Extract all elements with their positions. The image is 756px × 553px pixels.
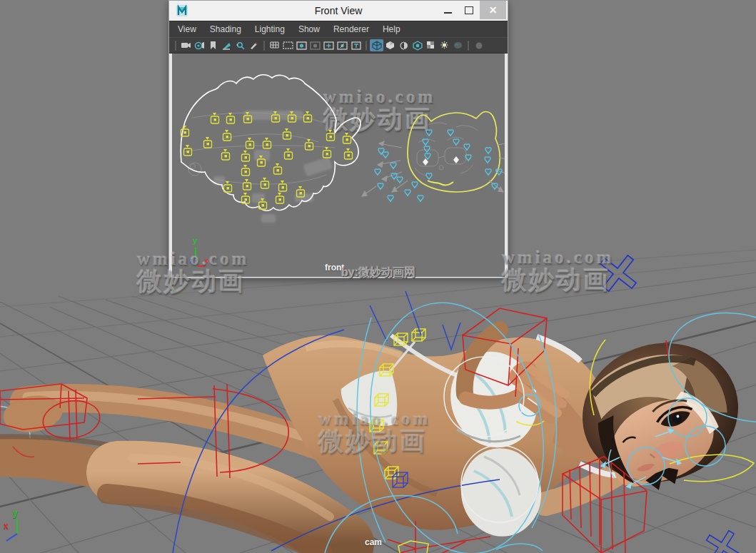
front-view-window[interactable]: Front View ✕ View Shading Lighting Show … [168, 0, 508, 278]
bookmark-icon[interactable] [206, 39, 220, 51]
film-gate-icon[interactable] [281, 39, 295, 51]
menu-view[interactable]: View [178, 24, 196, 34]
lights-icon[interactable] [438, 39, 451, 51]
fish-blurred-text [213, 111, 333, 223]
exposure-icon[interactable] [472, 39, 485, 51]
field-chart-icon[interactable] [322, 39, 336, 51]
panel-axis-y-label: y [193, 236, 197, 245]
textured-icon[interactable] [410, 39, 424, 51]
maya-logo-icon [176, 4, 188, 17]
panel-axis-z-label: z [189, 256, 193, 265]
window-titlebar[interactable]: Front View ✕ [169, 1, 508, 21]
main-axis-x-label: x [4, 521, 9, 531]
safe-title-icon[interactable] [349, 39, 363, 51]
menu-shading[interactable]: Shading [210, 24, 241, 34]
menu-renderer[interactable]: Renderer [333, 24, 369, 34]
minimize-button[interactable] [437, 1, 458, 19]
resolution-gate-icon[interactable] [295, 39, 308, 51]
safe-action-icon[interactable] [336, 39, 349, 51]
menu-lighting[interactable]: Lighting [255, 24, 285, 34]
image-plane-icon[interactable] [220, 39, 233, 51]
cat-whisker-arrows [362, 138, 505, 196]
smooth-shade-icon[interactable] [383, 39, 397, 51]
cat-mouth-curve [428, 181, 453, 185]
grid-icon[interactable] [268, 39, 281, 51]
menu-help[interactable]: Help [383, 24, 400, 34]
xray-icon[interactable] [451, 39, 465, 51]
main-axis-y-label: y [13, 508, 18, 518]
panel-menubar: View Shading Lighting Show Renderer Help [169, 21, 508, 37]
use-default-material-icon[interactable] [424, 39, 438, 51]
pan-zoom-icon[interactable] [233, 39, 247, 51]
grease-pencil-icon[interactable] [247, 39, 261, 51]
panel-axis-x-label: x [204, 256, 208, 265]
wireframe-icon[interactable] [370, 39, 383, 51]
gate-mask-icon[interactable] [308, 39, 322, 51]
character-model[interactable] [0, 330, 671, 553]
menu-show[interactable]: Show [298, 24, 320, 34]
maximize-button[interactable] [458, 1, 480, 19]
panel-toolbar [169, 37, 508, 54]
cat-control-outline[interactable] [408, 112, 500, 192]
desktop: { "window": { "title": "Front View", "co… [0, 0, 756, 553]
camera-label: cam [365, 537, 382, 547]
camera-attributes-icon[interactable] [193, 39, 206, 51]
close-button[interactable]: ✕ [480, 1, 506, 19]
wireframe-on-shaded-icon[interactable] [397, 39, 410, 51]
credit-watermark: by:微妙动画网 [341, 265, 415, 280]
front-viewport[interactable]: wmiao.com 微妙动画 [172, 54, 505, 277]
select-camera-icon[interactable] [179, 39, 193, 51]
